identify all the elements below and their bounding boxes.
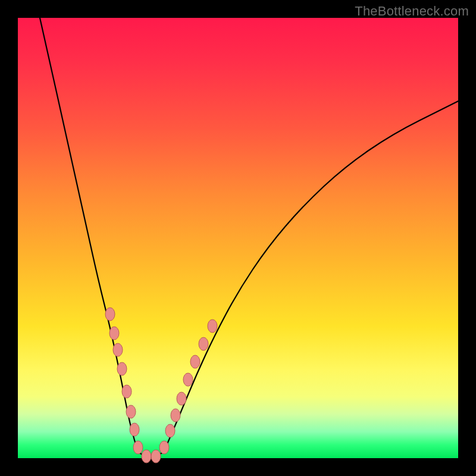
bead-marker bbox=[151, 450, 161, 463]
watermark-text: TheBottleneck.com bbox=[355, 4, 469, 19]
chart-svg bbox=[18, 18, 458, 458]
bead-marker bbox=[177, 392, 186, 405]
bottleneck-curve bbox=[40, 18, 458, 456]
bead-marker bbox=[105, 308, 115, 321]
chart-frame: TheBottleneck.com bbox=[0, 0, 476, 476]
bead-marker bbox=[142, 450, 151, 463]
bead-marker bbox=[208, 320, 217, 333]
bead-marker bbox=[122, 385, 131, 398]
plot-area bbox=[18, 18, 458, 458]
bead-marker bbox=[171, 409, 180, 422]
bead-marker bbox=[133, 441, 143, 454]
bead-marker bbox=[183, 373, 193, 386]
bead-marker bbox=[159, 441, 169, 454]
bead-marker bbox=[113, 343, 123, 356]
bead-marker bbox=[109, 327, 119, 340]
bead-marker bbox=[190, 355, 200, 368]
bead-marker bbox=[117, 362, 127, 375]
bead-marker bbox=[130, 423, 139, 436]
bead-marker bbox=[199, 337, 208, 350]
bead-marker bbox=[126, 405, 136, 418]
bead-marker bbox=[165, 424, 175, 437]
